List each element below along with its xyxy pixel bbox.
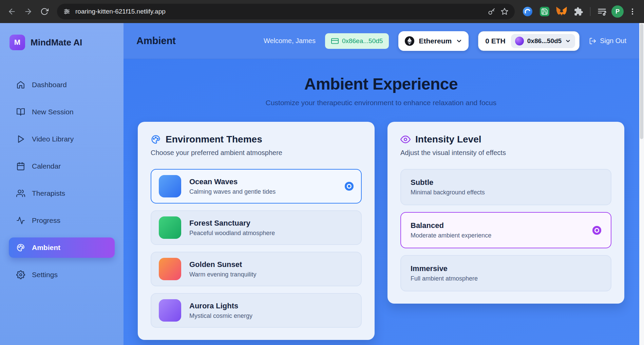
theme-options: Ocean Waves Calming waves and gentle tid…: [151, 169, 362, 328]
option-description: Moderate ambient experience: [411, 232, 491, 239]
option-text: Subtle Minimal background effects: [411, 178, 485, 196]
option-text: Ocean Waves Calming waves and gentle tid…: [189, 177, 276, 195]
profile-avatar[interactable]: P: [611, 5, 624, 18]
brand-logo: M: [10, 35, 25, 50]
page-title: Ambient: [136, 35, 176, 46]
content-area: Ambient Welcome, James 0x86ea...50d5 Eth…: [124, 23, 639, 345]
sidebar-item-ambient[interactable]: Ambient: [9, 237, 115, 258]
back-button[interactable]: [5, 4, 19, 19]
intensity-option-immersive[interactable]: Immersive Full ambient atmosphere: [400, 255, 611, 291]
option-description: Minimal background effects: [411, 189, 485, 196]
option-title: Balanced: [411, 221, 491, 230]
theme-option-golden-sunset[interactable]: Golden Sunset Warm evening tranquility: [151, 252, 362, 286]
sign-out-button[interactable]: Sign Out: [589, 37, 626, 45]
metamask-fox-icon[interactable]: [554, 4, 569, 19]
site-info-icon[interactable]: [63, 8, 71, 15]
app-header: Ambient Welcome, James 0x86ea...50d5 Eth…: [124, 23, 639, 59]
settings-cards: Environment Themes Choose your preferred…: [138, 122, 624, 340]
page-subtitle: Customize your therapeutic environment t…: [138, 99, 624, 107]
refresh-button[interactable]: [37, 4, 52, 19]
palette-icon: [151, 134, 161, 145]
ethereum-icon: [404, 36, 415, 46]
welcome-text: Welcome, James: [264, 37, 316, 45]
environment-themes-card: Environment Themes Choose your preferred…: [138, 122, 375, 340]
theme-option-ocean-waves[interactable]: Ocean Waves Calming waves and gentle tid…: [151, 169, 362, 204]
sidebar-item-label: Progress: [32, 216, 60, 225]
url-text[interactable]: roaring-kitten-621f15.netlify.app: [75, 8, 483, 15]
account-selector[interactable]: 0 ETH 0x86...50d5: [478, 31, 580, 51]
intensity-option-subtle[interactable]: Subtle Minimal background effects: [400, 169, 611, 205]
option-text: Forest Sanctuary Peaceful woodland atmos…: [189, 219, 275, 237]
chevron-down-icon: [456, 38, 462, 44]
network-selector[interactable]: Ethereum: [398, 31, 469, 51]
option-title: Immersive: [411, 264, 478, 273]
option-text: Balanced Moderate ambient experience: [411, 221, 491, 239]
bookmark-star-icon[interactable]: [500, 7, 509, 16]
browser-menu-icon[interactable]: [626, 7, 639, 16]
sidebar-item-label: Video Library: [32, 135, 74, 143]
eye-icon: [400, 134, 411, 145]
blue-extension-icon[interactable]: [520, 4, 535, 19]
header-actions: Welcome, James 0x86ea...50d5 Ethereum 0 …: [264, 31, 626, 51]
card-title: Intensity Level: [415, 134, 481, 145]
intensity-option-balanced[interactable]: Balanced Moderate ambient experience: [400, 212, 611, 248]
browser-toolbar: roaring-kitten-621f15.netlify.app: [0, 0, 644, 23]
theme-swatch-ocean: [159, 175, 181, 197]
sidebar-item-new-session[interactable]: New Session: [9, 102, 115, 122]
sidebar-item-label: Dashboard: [32, 81, 67, 89]
palette-icon: [16, 243, 25, 252]
option-description: Calming waves and gentle tides: [189, 188, 276, 195]
sidebar-item-settings[interactable]: Settings: [9, 265, 115, 285]
play-icon: [16, 135, 25, 143]
brand-name: MindMate AI: [31, 37, 82, 48]
option-title: Ocean Waves: [189, 177, 276, 186]
card-subtitle: Adjust the visual intensity of effects: [400, 149, 611, 157]
network-name: Ethereum: [419, 37, 452, 45]
radio-selected-icon: [592, 226, 601, 235]
extensions-puzzle-icon[interactable]: [571, 4, 586, 19]
account-avatar: [515, 37, 524, 45]
card-subtitle: Choose your preferred ambient atmosphere: [151, 149, 362, 157]
password-key-icon[interactable]: [488, 7, 496, 16]
option-title: Aurora Lights: [189, 302, 252, 310]
theme-swatch-sunset: [159, 258, 181, 280]
balance-text: 0 ETH: [485, 37, 506, 45]
sidebar-item-calendar[interactable]: Calendar: [9, 156, 115, 176]
option-title: Forest Sanctuary: [189, 219, 275, 228]
page-heading: Ambient Experience: [138, 75, 624, 93]
sign-out-label: Sign Out: [600, 37, 626, 45]
book-open-icon: [16, 108, 25, 116]
option-description: Full ambient atmosphere: [411, 275, 478, 282]
toolbar-divider: [590, 7, 590, 16]
media-controls-icon[interactable]: [594, 4, 609, 19]
option-title: Subtle: [411, 178, 485, 187]
sidebar-item-label: Settings: [32, 271, 58, 279]
sidebar-item-label: New Session: [32, 108, 74, 116]
option-description: Peaceful woodland atmosphere: [189, 230, 275, 237]
wallet-card-icon: [331, 37, 339, 45]
page-scrollbar[interactable]: [639, 23, 644, 345]
sidebar-item-progress[interactable]: Progress: [9, 210, 115, 231]
theme-swatch-aurora: [159, 299, 181, 322]
sidebar-item-label: Ambient: [32, 244, 60, 252]
theme-option-forest-sanctuary[interactable]: Forest Sanctuary Peaceful woodland atmos…: [151, 210, 362, 245]
account-address-text: 0x86...50d5: [527, 37, 562, 45]
forward-button[interactable]: [21, 4, 35, 19]
radio-selected-icon: [345, 182, 354, 191]
sidebar-item-video-library[interactable]: Video Library: [9, 129, 115, 149]
brand: M MindMate AI: [0, 23, 124, 57]
option-description: Mystical cosmic energy: [189, 312, 252, 320]
option-text: Aurora Lights Mystical cosmic energy: [189, 302, 252, 320]
sidebar-item-dashboard[interactable]: Dashboard: [9, 75, 115, 95]
sidebar-item-therapists[interactable]: Therapists: [9, 183, 115, 204]
save-extension-icon[interactable]: [537, 4, 552, 19]
sidebar-item-label: Calendar: [32, 162, 61, 170]
option-text: Immersive Full ambient atmosphere: [411, 264, 478, 282]
users-icon: [16, 189, 25, 198]
sidebar-item-label: Therapists: [32, 189, 65, 197]
theme-option-aurora-lights[interactable]: Aurora Lights Mystical cosmic energy: [151, 293, 362, 328]
scrollbar-thumb[interactable]: [640, 24, 643, 139]
option-text: Golden Sunset Warm evening tranquility: [189, 260, 256, 278]
address-bar[interactable]: roaring-kitten-621f15.netlify.app: [57, 4, 515, 19]
option-description: Warm evening tranquility: [189, 271, 256, 278]
